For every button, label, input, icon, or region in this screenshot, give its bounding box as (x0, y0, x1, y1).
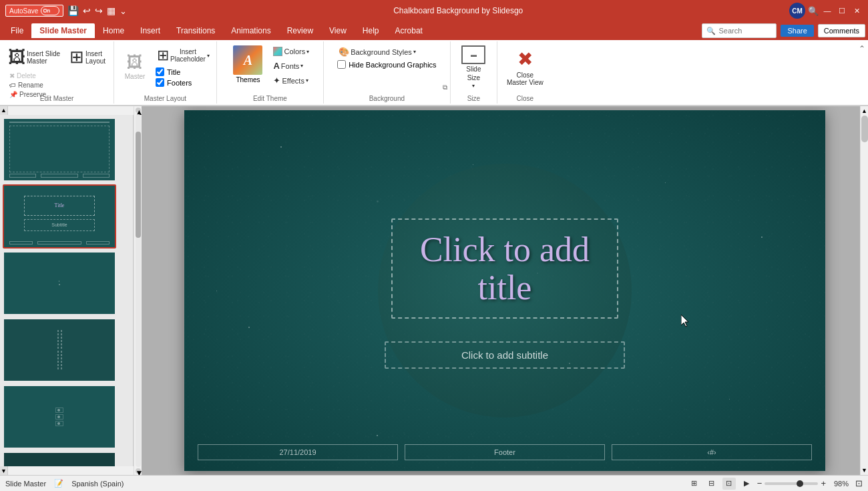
effects-button[interactable]: ✦ Effects ▾ (270, 74, 312, 87)
reading-view-button[interactable]: ⊡ (722, 478, 736, 490)
slide-sorter-button[interactable]: ⊟ (705, 478, 718, 490)
tab-home[interactable]: Home (95, 23, 132, 38)
title-bar-right: CM 🔍 — ☐ ✕ (789, 3, 863, 19)
presentation-icon[interactable]: ▦ (107, 5, 116, 16)
zoom-control: − + 98% (757, 478, 849, 488)
background-styles-button[interactable]: 🎨 Background Styles ▾ (336, 45, 419, 58)
colors-button[interactable]: Colors ▾ (270, 45, 312, 57)
master-button[interactable]: 🖼 Master (118, 51, 152, 82)
customize-icon[interactable]: ⌄ (120, 6, 127, 16)
slide-thumb-1[interactable] (3, 118, 116, 182)
status-left: Slide Master 📝 Spanish (Spain) (5, 479, 124, 488)
ribbon-collapse-button[interactable]: ⌃ (856, 41, 868, 104)
tab-review[interactable]: Review (279, 23, 321, 38)
delete-button[interactable]: ✖ Delete (7, 71, 49, 80)
title-placeholder[interactable]: Click to add title (391, 218, 618, 319)
title-bar: AutoSave On 💾 ↩ ↪ ▦ ⌄ Chalkboard Backgro… (0, 0, 868, 21)
fonts-dropdown-icon: ▾ (300, 63, 303, 69)
main-area: ▲ Title (0, 106, 868, 475)
share-button[interactable]: Share (781, 25, 813, 37)
close-master-view-button[interactable]: ✖ CloseMaster View (501, 45, 549, 89)
minimize-button[interactable]: — (821, 5, 833, 17)
title-checkbox[interactable]: Title (154, 67, 212, 77)
hide-bg-check[interactable] (337, 60, 346, 69)
search-input[interactable] (718, 27, 772, 35)
redo-icon[interactable]: ↪ (95, 5, 103, 16)
footer-page-text: ‹#› (707, 448, 716, 456)
zoom-percent-label: 98% (829, 480, 849, 488)
sidebar-scroll-track[interactable] (136, 114, 141, 467)
footers-checkbox[interactable]: Footers (154, 77, 212, 88)
colors-icon (273, 47, 282, 56)
slide-canvas[interactable]: Click to add title Click to add subtitle… (184, 110, 825, 471)
fit-slide-button[interactable]: ⊡ (855, 478, 863, 488)
search-bar[interactable]: 🔍 (702, 23, 777, 38)
tab-bar-right: 🔍 Share Comments (702, 23, 865, 38)
insert-placeholder-button[interactable]: ⊞ Insert Placeholder ▾ (154, 45, 212, 65)
sidebar-scroll-thumb[interactable] (136, 132, 141, 237)
footer-text-box[interactable]: Footer (405, 444, 605, 460)
notes-icon[interactable]: 📝 (54, 479, 63, 488)
slide-thumb-5[interactable] (3, 385, 116, 449)
zoom-minus-button[interactable]: − (757, 478, 763, 488)
sidebar-scroll-thumb-down[interactable]: ▼ (136, 468, 141, 474)
tab-help[interactable]: Help (355, 23, 387, 38)
maximize-button[interactable]: ☐ (836, 5, 848, 17)
search-icon-title[interactable]: 🔍 (808, 6, 819, 16)
background-dialog-launcher[interactable]: ⧉ (443, 84, 447, 92)
master-layout-label: Master Layout (114, 95, 216, 102)
canvas-scroll-down[interactable]: ▼ (860, 466, 868, 475)
autosave-toggle[interactable]: On (41, 6, 59, 15)
canvas-scrollbar-v: ▲ ▼ (860, 106, 868, 475)
canvas-scroll-up[interactable]: ▲ (860, 106, 868, 116)
sidebar-scroll-down[interactable]: ▼ (0, 466, 8, 475)
tab-slide-master[interactable]: Slide Master (31, 23, 95, 38)
search-icon: 🔍 (706, 27, 716, 35)
slide-thumb-2[interactable]: Title Subtitle (3, 184, 116, 249)
canvas-scroll-thumb[interactable] (861, 116, 868, 142)
save-icon[interactable]: 💾 (67, 5, 79, 16)
tab-animations[interactable]: Animations (223, 23, 278, 38)
comments-button[interactable]: Comments (818, 24, 865, 37)
footer-date-box[interactable]: 27/11/2019 (198, 444, 398, 460)
placeholder-dropdown-icon: ▾ (207, 53, 210, 59)
sidebar-scroll-thumb-up[interactable]: ▲ (136, 108, 141, 113)
hide-bg-checkbox[interactable]: Hide Background Graphics (336, 59, 437, 69)
user-avatar[interactable]: CM (789, 3, 805, 19)
close-master-icon: ✖ (517, 48, 533, 70)
footer-page-box[interactable]: ‹#› (612, 444, 812, 460)
tab-file[interactable]: File (3, 23, 31, 38)
group-close: ✖ CloseMaster View Close (497, 41, 553, 104)
subtitle-placeholder[interactable]: Click to add subtitle (385, 341, 625, 369)
slide-thumb-3[interactable] (3, 251, 116, 315)
tab-transitions[interactable]: Transitions (168, 23, 223, 38)
autosave-label: AutoSave (9, 7, 38, 15)
tab-insert[interactable]: Insert (132, 23, 168, 38)
canvas-scroll-track[interactable] (861, 116, 868, 466)
rename-button[interactable]: 🏷 Rename (7, 81, 49, 90)
language-label: Spanish (Spain) (71, 480, 124, 488)
close-button[interactable]: ✕ (851, 5, 863, 17)
undo-icon[interactable]: ↩ (83, 5, 91, 16)
insert-layout-button[interactable]: ⊞ Insert Layout (65, 44, 110, 70)
insert-label: Insert (85, 50, 102, 57)
themes-button[interactable]: A Themes (228, 43, 268, 86)
zoom-slider[interactable] (765, 482, 818, 485)
title-bar-title: Chalkboard Background by Slidesgo (127, 6, 789, 15)
slide-size-button[interactable]: ▬ Slide Size ▾ (457, 43, 489, 91)
tab-acrobat[interactable]: Acrobat (387, 23, 431, 38)
slide-size-dropdown-icon: ▾ (472, 83, 475, 89)
autosave-badge[interactable]: AutoSave On (5, 5, 63, 17)
slide-thumb-6[interactable] (3, 452, 116, 467)
tab-view[interactable]: View (321, 23, 355, 38)
zoom-plus-button[interactable]: + (821, 478, 826, 488)
insert-slide-master-button[interactable]: 🖼 Insert Slide Master (4, 44, 64, 70)
fonts-button[interactable]: A Fonts ▾ (270, 59, 312, 72)
slideshow-button[interactable]: ▶ (740, 478, 753, 490)
themes-icon: A (233, 45, 262, 75)
insert-slide-master-icon: 🖼 (8, 47, 25, 67)
footers-check[interactable] (156, 78, 164, 87)
title-check[interactable] (156, 67, 164, 76)
normal-view-button[interactable]: ⊞ (688, 478, 701, 490)
slide-thumb-4[interactable] (3, 318, 116, 382)
